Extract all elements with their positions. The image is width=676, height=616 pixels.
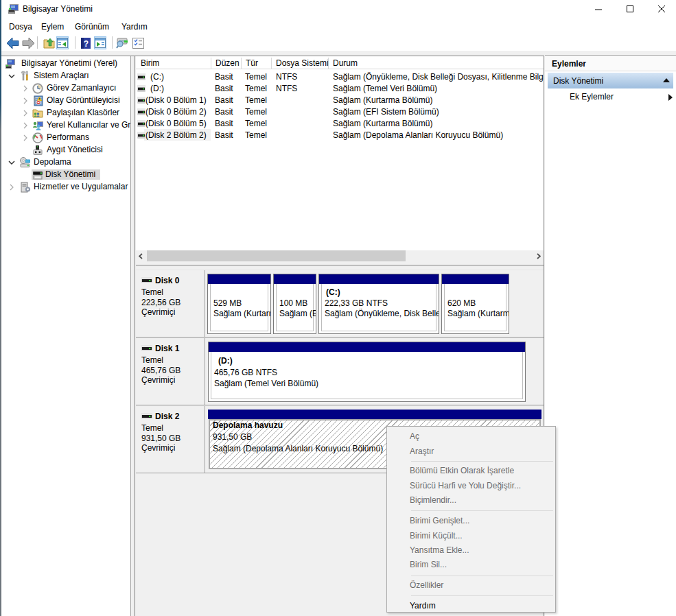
svg-text:?: ? [84, 39, 89, 49]
